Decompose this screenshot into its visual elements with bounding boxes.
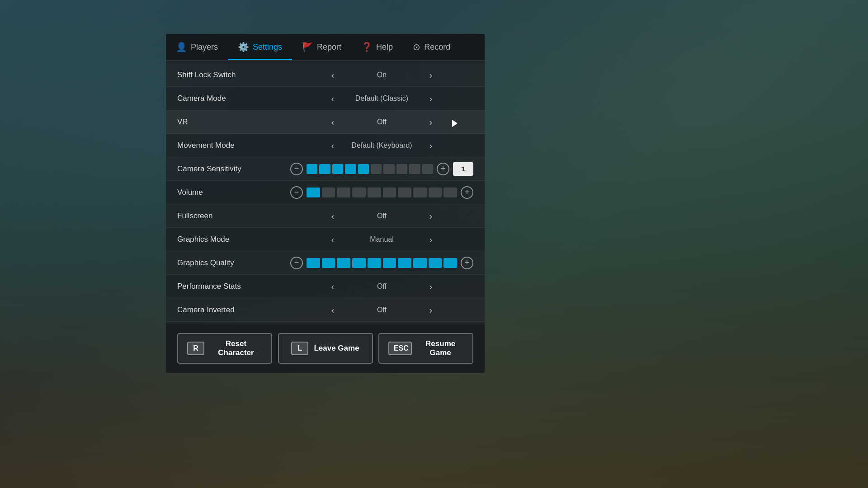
tab-label-report: Report [317, 42, 341, 52]
slider-segment-graphics-quality-4 [368, 258, 381, 268]
tab-record[interactable]: ⊙ Record [403, 34, 460, 60]
arrow-left-graphics-mode[interactable]: ‹ [329, 233, 337, 246]
arrow-left-vr[interactable]: ‹ [329, 115, 337, 129]
setting-control-graphics-mode: ‹ Manual › [290, 233, 473, 246]
setting-value-graphics-mode: Manual [341, 235, 423, 244]
setting-label-camera-mode: Camera Mode [177, 94, 290, 103]
setting-label-performance-stats: Performance Stats [177, 282, 290, 291]
setting-row-camera-sensitivity: Camera Sensitivity − + [166, 157, 485, 181]
setting-value-shift-lock: On [341, 71, 423, 79]
slider-minus-graphics-quality[interactable]: − [290, 257, 303, 269]
bottom-buttons: R Reset Character L Leave Game ESC Resum… [166, 324, 485, 373]
arrow-right-camera-inverted[interactable]: › [427, 303, 435, 317]
reset-character-key: R [187, 342, 204, 355]
reset-character-button[interactable]: R Reset Character [177, 333, 272, 364]
slider-segment-camera-sensitivity-1 [319, 164, 330, 174]
slider-segment-volume-4 [368, 188, 381, 197]
setting-row-vr: VR ‹ Off › [166, 110, 485, 134]
leave-game-label: Leave Game [314, 344, 359, 353]
tab-label-record: Record [424, 42, 450, 52]
slider-segment-volume-9 [443, 188, 457, 197]
settings-panel: 👤 Players ⚙️ Settings 🚩 Report ❓ Help ⊙ … [166, 34, 485, 373]
slider-segment-volume-7 [413, 188, 427, 197]
tab-label-help: Help [376, 42, 393, 52]
slider-segment-volume-3 [352, 188, 366, 197]
arrow-left-shift-lock[interactable]: ‹ [329, 68, 337, 82]
tab-settings[interactable]: ⚙️ Settings [228, 34, 292, 60]
slider-track-volume[interactable] [307, 188, 457, 197]
arrow-right-vr[interactable]: › [427, 115, 435, 129]
slider-segment-camera-sensitivity-7 [396, 164, 407, 174]
reset-character-label: Reset Character [210, 339, 262, 357]
slider-plus-graphics-quality[interactable]: + [461, 257, 473, 269]
slider-plus-camera-sensitivity[interactable]: + [437, 163, 449, 175]
arrow-right-graphics-mode[interactable]: › [427, 233, 435, 246]
slider-plus-volume[interactable]: + [461, 186, 473, 199]
slider-segment-camera-sensitivity-9 [422, 164, 433, 174]
slider-segment-graphics-quality-0 [307, 258, 320, 268]
arrow-left-camera-inverted[interactable]: ‹ [329, 303, 337, 317]
slider-segment-graphics-quality-3 [352, 258, 366, 268]
resume-game-key: ESC [388, 342, 412, 355]
leave-game-button[interactable]: L Leave Game [278, 333, 373, 364]
slider-segment-camera-sensitivity-3 [345, 164, 356, 174]
tab-players[interactable]: 👤 Players [166, 34, 228, 60]
setting-control-camera-inverted: ‹ Off › [290, 303, 473, 317]
slider-segment-volume-8 [429, 188, 442, 197]
slider-segment-camera-sensitivity-8 [409, 164, 420, 174]
setting-label-vr: VR [177, 117, 290, 127]
arrow-left-camera-mode[interactable]: ‹ [329, 92, 337, 105]
setting-row-camera-inverted: Camera Inverted ‹ Off › [166, 298, 485, 322]
slider-segment-graphics-quality-7 [413, 258, 427, 268]
setting-row-performance-stats: Performance Stats ‹ Off › [166, 275, 485, 298]
arrow-left-performance-stats[interactable]: ‹ [329, 280, 337, 293]
setting-label-fullscreen: Fullscreen [177, 211, 290, 221]
slider-segment-camera-sensitivity-0 [307, 164, 317, 174]
setting-label-graphics-quality: Graphics Quality [177, 258, 290, 267]
slider-container-graphics-quality: − + [290, 257, 473, 269]
tab-label-settings: Settings [253, 42, 282, 52]
arrow-right-fullscreen[interactable]: › [427, 209, 435, 223]
slider-segment-volume-2 [337, 188, 350, 197]
slider-segment-graphics-quality-5 [383, 258, 396, 268]
setting-control-fullscreen: ‹ Off › [290, 209, 473, 223]
setting-label-graphics-mode: Graphics Mode [177, 235, 290, 244]
arrow-right-performance-stats[interactable]: › [427, 280, 435, 293]
setting-value-camera-inverted: Off [341, 306, 423, 314]
record-icon: ⊙ [413, 42, 420, 52]
slider-input-camera-sensitivity[interactable] [453, 162, 473, 176]
setting-value-performance-stats: Off [341, 282, 423, 291]
setting-label-movement-mode: Movement Mode [177, 141, 290, 150]
arrow-right-movement-mode[interactable]: › [427, 139, 435, 152]
resume-game-button[interactable]: ESC Resume Game [378, 333, 473, 364]
leave-game-key: L [291, 342, 308, 355]
setting-row-shift-lock: Shift Lock Switch ‹ On › [166, 63, 485, 87]
tab-help[interactable]: ❓ Help [351, 34, 403, 60]
slider-segment-graphics-quality-6 [398, 258, 411, 268]
setting-control-performance-stats: ‹ Off › [290, 280, 473, 293]
slider-minus-volume[interactable]: − [290, 186, 303, 199]
setting-value-camera-mode: Default (Classic) [341, 94, 423, 103]
slider-track-graphics-quality[interactable] [307, 258, 457, 268]
setting-control-movement-mode: ‹ Default (Keyboard) › [290, 139, 473, 152]
setting-label-volume: Volume [177, 188, 290, 197]
slider-segment-volume-5 [383, 188, 396, 197]
arrow-left-movement-mode[interactable]: ‹ [329, 139, 337, 152]
slider-segment-camera-sensitivity-6 [383, 164, 394, 174]
setting-row-volume: Volume − + [166, 181, 485, 204]
arrow-right-camera-mode[interactable]: › [427, 92, 435, 105]
slider-track-camera-sensitivity[interactable] [307, 164, 433, 174]
tab-report[interactable]: 🚩 Report [292, 34, 351, 60]
setting-label-shift-lock: Shift Lock Switch [177, 70, 290, 80]
setting-row-graphics-mode: Graphics Mode ‹ Manual › [166, 228, 485, 251]
slider-segment-camera-sensitivity-5 [371, 164, 382, 174]
report-icon: 🚩 [302, 42, 313, 52]
setting-label-camera-inverted: Camera Inverted [177, 305, 290, 314]
slider-segment-volume-0 [307, 188, 320, 197]
setting-value-movement-mode: Default (Keyboard) [341, 141, 423, 150]
slider-minus-camera-sensitivity[interactable]: − [290, 163, 303, 175]
arrow-left-fullscreen[interactable]: ‹ [329, 209, 337, 223]
setting-row-camera-mode: Camera Mode ‹ Default (Classic) › [166, 87, 485, 110]
setting-label-camera-sensitivity: Camera Sensitivity [177, 164, 290, 174]
arrow-right-shift-lock[interactable]: › [427, 68, 435, 82]
